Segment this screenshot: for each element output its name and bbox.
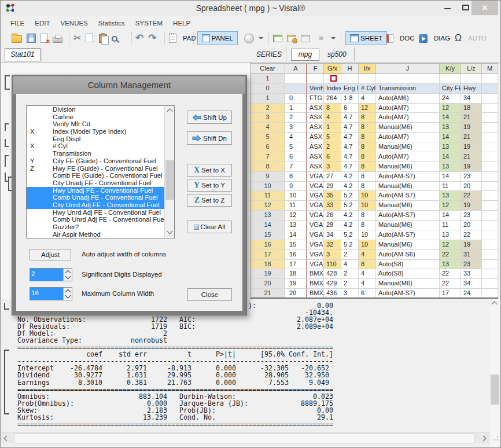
cell[interactable]: 35: [324, 191, 341, 201]
cell[interactable]: F: [307, 64, 324, 74]
save-icon[interactable]: [27, 34, 36, 43]
cell[interactable]: 3: [324, 162, 341, 172]
cell[interactable]: Auto(AM-S6): [376, 250, 440, 260]
cell[interactable]: 22: [440, 279, 461, 289]
cell[interactable]: 2: [285, 113, 307, 123]
cell[interactable]: 9: [285, 182, 307, 192]
cell[interactable]: 4: [359, 94, 376, 104]
cell[interactable]: 34: [461, 94, 482, 104]
cell[interactable]: 4.7: [341, 152, 359, 162]
cell[interactable]: 24: [440, 94, 461, 104]
scroll-up-icon[interactable]: [167, 109, 173, 115]
shift-up-button[interactable]: Shift Up: [187, 111, 232, 124]
cell[interactable]: 5.2: [341, 230, 359, 240]
cell[interactable]: 10: [285, 191, 307, 201]
cell[interactable]: 436: [324, 289, 341, 299]
cell[interactable]: 27: [324, 172, 341, 182]
cell[interactable]: 0: [285, 94, 307, 104]
cell[interactable]: 8: [324, 104, 341, 113]
cell[interactable]: 19: [461, 123, 482, 133]
cell[interactable]: Auto(AM7): [376, 152, 440, 162]
cell[interactable]: VGA: [307, 172, 324, 182]
scroll-left-icon[interactable]: [4, 436, 10, 442]
cell[interactable]: 20: [285, 289, 307, 299]
cell[interactable]: [482, 133, 498, 142]
cell[interactable]: 18: [250, 260, 285, 270]
cell[interactable]: 10: [359, 240, 376, 250]
cell[interactable]: VGA: [307, 260, 324, 270]
cell[interactable]: [482, 162, 498, 172]
cell[interactable]: [482, 123, 498, 133]
cell[interactable]: 21: [461, 152, 482, 162]
cell[interactable]: [482, 142, 498, 152]
cell[interactable]: 11: [285, 201, 307, 211]
cell[interactable]: BMX: [307, 289, 324, 299]
pad-label[interactable]: PAD: [183, 35, 196, 42]
cell[interactable]: 17: [440, 289, 461, 299]
cell[interactable]: 31: [461, 250, 482, 260]
cell[interactable]: 10: [250, 182, 285, 192]
cell[interactable]: Manual(M6): [376, 240, 440, 250]
sheet-button[interactable]: SHEET: [345, 31, 387, 45]
cell[interactable]: 8: [359, 133, 376, 142]
panel-button[interactable]: PANEL: [197, 31, 238, 45]
cell[interactable]: [341, 74, 359, 84]
cell[interactable]: Auto(S8): [376, 269, 440, 279]
cell[interactable]: 8: [359, 172, 376, 182]
cell[interactable]: VGA: [307, 221, 324, 230]
cell[interactable]: 22: [461, 191, 482, 201]
diag-icon[interactable]: [419, 34, 428, 43]
cell[interactable]: Manual(M6): [376, 221, 440, 230]
column-list-item[interactable]: Comb Unadj FE - Conventional Fuel: [27, 194, 165, 201]
cell[interactable]: 11: [440, 221, 461, 230]
cell[interactable]: VGA: [307, 182, 324, 192]
cell[interactable]: 8: [359, 182, 376, 192]
cell[interactable]: 23: [461, 211, 482, 221]
cell[interactable]: 13: [440, 230, 461, 240]
cell[interactable]: ASX: [307, 142, 324, 152]
column-list-item[interactable]: Division: [27, 106, 165, 113]
cell[interactable]: ASX: [307, 123, 324, 133]
cell[interactable]: 2: [250, 104, 285, 113]
digits-value[interactable]: 2: [31, 270, 35, 277]
cell[interactable]: 19: [461, 201, 482, 211]
cell[interactable]: Manual(M6): [376, 201, 440, 211]
cell[interactable]: 12: [440, 240, 461, 250]
cell[interactable]: 13: [440, 142, 461, 152]
cell[interactable]: M: [482, 64, 498, 74]
resize-grip[interactable]: [491, 434, 499, 442]
cell[interactable]: Eng Di: [341, 84, 359, 94]
minimize-button[interactable]: [444, 8, 451, 9]
cell[interactable]: 8: [359, 142, 376, 152]
spinner-buttons[interactable]: [63, 269, 72, 281]
cell[interactable]: [482, 104, 498, 113]
menu-item-system[interactable]: SYSTEM: [135, 20, 163, 27]
cell[interactable]: 8: [359, 152, 376, 162]
delete-icon[interactable]: [40, 34, 48, 43]
column-list-item[interactable]: Comb Unrd Adj FE - Conventional Fuel: [27, 216, 165, 223]
cell[interactable]: 6: [359, 289, 376, 299]
cell[interactable]: [482, 191, 498, 201]
cell[interactable]: 28: [324, 221, 341, 230]
cell[interactable]: 13: [440, 191, 461, 201]
cell[interactable]: 21: [461, 133, 482, 142]
table-gear-icon[interactable]: [287, 35, 296, 42]
cell[interactable]: ASX: [307, 162, 324, 172]
cell[interactable]: VGA: [307, 250, 324, 260]
cell[interactable]: 9: [250, 172, 285, 182]
cell[interactable]: 4.2: [341, 172, 359, 182]
cell[interactable]: 4: [341, 260, 359, 270]
column-list-item[interactable]: Verify Mfr Cd: [27, 120, 165, 128]
cell[interactable]: [482, 74, 498, 84]
cell[interactable]: [482, 221, 498, 230]
cell[interactable]: 13: [440, 162, 461, 172]
cell[interactable]: 23: [461, 260, 482, 270]
cell[interactable]: 2: [341, 250, 359, 260]
cell[interactable]: BMX: [307, 269, 324, 279]
cell[interactable]: 19: [285, 279, 307, 289]
cell[interactable]: [285, 74, 307, 84]
cell[interactable]: 7: [250, 152, 285, 162]
cell[interactable]: ASX: [307, 133, 324, 142]
column-list-item[interactable]: Guzzler?: [27, 223, 165, 231]
cell[interactable]: 8: [250, 162, 285, 172]
